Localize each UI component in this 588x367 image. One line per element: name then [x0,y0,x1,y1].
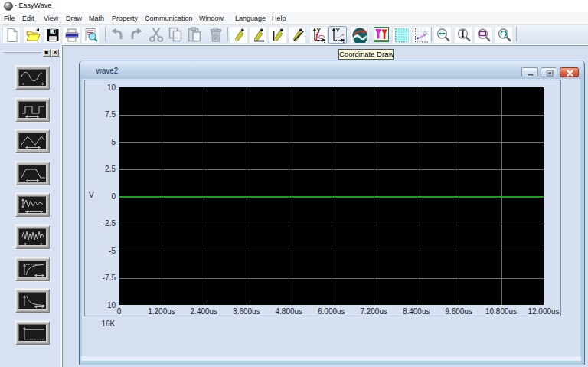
svg-text:!: ! [343,38,345,44]
svg-text:Y: Y [336,28,341,34]
